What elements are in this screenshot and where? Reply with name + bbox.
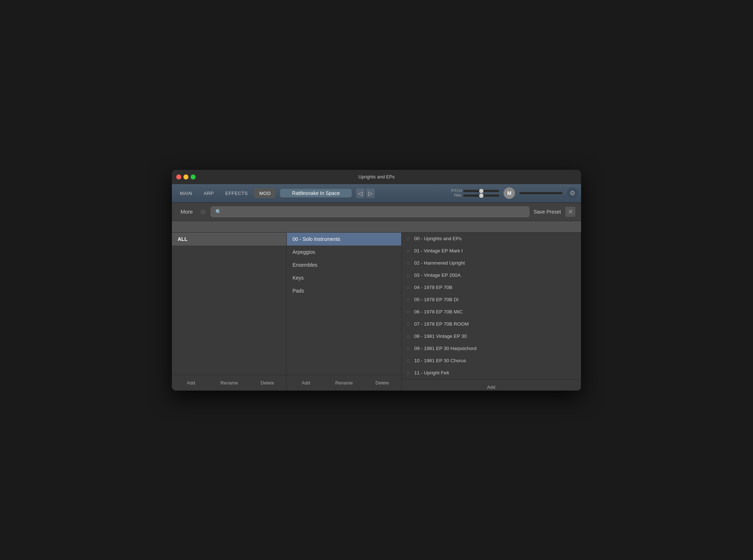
preset-item-label: 00 - Uprights and EPs <box>414 236 462 241</box>
maximize-button[interactable] <box>191 174 196 179</box>
more-button[interactable]: More <box>178 207 196 216</box>
prev-preset-button[interactable]: ◁ <box>356 188 365 198</box>
panel-left: ALL Add Rename Delete <box>172 233 287 391</box>
favorite-star-icon[interactable]: ☆ <box>406 333 411 339</box>
save-preset-button[interactable]: Save Preset <box>534 209 561 215</box>
panel-left-actions: Add Rename Delete <box>172 375 286 391</box>
mid-rename-button[interactable]: Rename <box>325 379 363 387</box>
preset-item-label: 06 - 1978 EP 70B MIC <box>414 309 463 314</box>
preset-item-label: 11 - Upright Felt <box>414 370 449 375</box>
favorite-star-icon[interactable]: ☆ <box>406 272 411 278</box>
list-item[interactable]: ☆ 07 - 1978 EP 70B ROOM <box>402 318 581 330</box>
m-button[interactable]: M <box>504 187 515 199</box>
list-item[interactable]: 00 - Solo Instruments <box>287 233 401 246</box>
favorite-star-icon[interactable]: ☆ <box>406 370 411 376</box>
content-area: More ☆ 🔍 Save Preset ✕ ALL Add Rename De… <box>172 203 581 391</box>
preset-display[interactable]: Rattlesnake In Space <box>280 189 352 197</box>
favorite-star-icon[interactable]: ☆ <box>406 309 411 315</box>
toolbar: More ☆ 🔍 Save Preset ✕ <box>172 203 581 221</box>
preset-name: Rattlesnake In Space <box>292 190 340 196</box>
tab-arp[interactable]: ARP <box>199 188 219 198</box>
pitch-pan-controls: PITCH PAN <box>451 189 499 197</box>
pan-slider[interactable] <box>463 195 499 197</box>
left-delete-button[interactable]: Delete <box>248 379 286 387</box>
close-panel-button[interactable]: ✕ <box>565 207 575 217</box>
favorite-star-icon[interactable]: ☆ <box>406 285 411 290</box>
list-item[interactable]: Ensembles <box>287 258 401 271</box>
preset-item-label: 03 - Vintage EP 200A <box>414 272 460 278</box>
tab-effects[interactable]: EFFECTS <box>220 188 253 198</box>
list-item[interactable]: ☆ 08 - 1981 Vintage EP 30 <box>402 330 581 342</box>
volume-slider[interactable] <box>519 192 562 194</box>
search-box: 🔍 <box>211 206 529 217</box>
list-item[interactable]: Arpeggios <box>287 246 401 258</box>
preset-item-label: 01 - Vintage EP Mark I <box>414 248 463 253</box>
favorite-star-icon[interactable]: ☆ <box>406 248 411 254</box>
preset-item-label: 02 - Hammered Upright <box>414 260 465 266</box>
list-item[interactable]: ☆ 10 - 1981 EP 30 Chorus <box>402 355 581 367</box>
browser-panels: ALL Add Rename Delete 00 - Solo Instrume… <box>172 233 581 391</box>
tab-main[interactable]: MAIN <box>175 188 197 198</box>
panel-middle-actions: Add Rename Delete <box>287 375 401 391</box>
title-bar: Uprights and EPs <box>172 170 581 184</box>
traffic-lights <box>176 174 196 179</box>
search-icon: 🔍 <box>215 209 221 215</box>
preset-item-label: 09 - 1981 EP 30 Harpsichord <box>414 346 477 351</box>
tab-mod[interactable]: MOD <box>254 188 276 198</box>
preset-item-label: 05 - 1978 EP 70B DI <box>414 297 459 302</box>
window-title: Uprights and EPs <box>358 174 394 179</box>
favorite-button[interactable]: ☆ <box>200 207 206 216</box>
list-item[interactable]: ☆ 02 - Hammered Upright <box>402 257 581 269</box>
list-item[interactable]: ☆ 03 - Vintage EP 200A <box>402 269 581 281</box>
right-add-button[interactable]: Add <box>402 383 581 391</box>
favorite-star-icon[interactable]: ☆ <box>406 260 411 266</box>
panel-right: ☆ 00 - Uprights and EPs ☆ 01 - Vintage E… <box>402 233 581 391</box>
panel-left-content: ALL <box>172 233 286 375</box>
list-item[interactable]: ☆ 04 - 1978 EP 70B <box>402 281 581 294</box>
mid-delete-button[interactable]: Delete <box>363 379 401 387</box>
left-add-button[interactable]: Add <box>172 379 210 387</box>
next-preset-button[interactable]: ▷ <box>366 188 375 198</box>
pitch-label: PITCH <box>451 189 461 193</box>
list-item[interactable]: ☆ 06 - 1978 EP 70B MIC <box>402 306 581 318</box>
panel-right-actions: Add <box>402 379 581 391</box>
preset-item-label: 10 - 1981 EP 30 Chorus <box>414 358 466 363</box>
settings-icon[interactable]: ⚙ <box>567 187 578 199</box>
nav-bar: MAIN ARP EFFECTS MOD Rattlesnake In Spac… <box>172 184 581 203</box>
pan-label: PAN <box>451 193 461 197</box>
favorite-star-icon[interactable]: ☆ <box>406 297 411 303</box>
panel-middle: 00 - Solo Instruments Arpeggios Ensemble… <box>287 233 402 391</box>
preset-nav-arrows: ◁ ▷ <box>356 188 375 198</box>
main-window: Uprights and EPs MAIN ARP EFFECTS MOD Ra… <box>172 170 581 391</box>
panel-middle-content: 00 - Solo Instruments Arpeggios Ensemble… <box>287 233 401 375</box>
favorite-star-icon[interactable]: ☆ <box>406 346 411 351</box>
favorite-star-icon[interactable]: ☆ <box>406 321 411 327</box>
search-input[interactable] <box>224 209 525 215</box>
list-item[interactable]: ☆ 09 - 1981 EP 30 Harpsichord <box>402 342 581 355</box>
list-item[interactable]: ☆ 00 - Uprights and EPs <box>402 233 581 245</box>
close-button[interactable] <box>176 174 181 179</box>
preset-item-label: 08 - 1981 Vintage EP 30 <box>414 333 467 339</box>
list-item[interactable]: Pads <box>287 284 401 297</box>
preset-item-label: 04 - 1978 EP 70B <box>414 285 452 290</box>
list-item[interactable]: ☆ 01 - Vintage EP Mark I <box>402 245 581 257</box>
list-item[interactable]: ☆ 11 - Upright Felt <box>402 367 581 379</box>
left-rename-button[interactable]: Rename <box>210 379 248 387</box>
favorite-star-icon[interactable]: ☆ <box>406 358 411 364</box>
list-item[interactable]: ☆ 05 - 1978 EP 70B DI <box>402 294 581 306</box>
list-item[interactable]: Keys <box>287 271 401 284</box>
browse-bar <box>172 221 581 233</box>
favorite-star-icon[interactable]: ☆ <box>406 236 411 242</box>
pitch-slider[interactable] <box>463 190 499 192</box>
all-category-item[interactable]: ALL <box>172 233 286 246</box>
mid-add-button[interactable]: Add <box>287 379 325 387</box>
minimize-button[interactable] <box>183 174 188 179</box>
preset-item-label: 07 - 1978 EP 70B ROOM <box>414 321 469 327</box>
